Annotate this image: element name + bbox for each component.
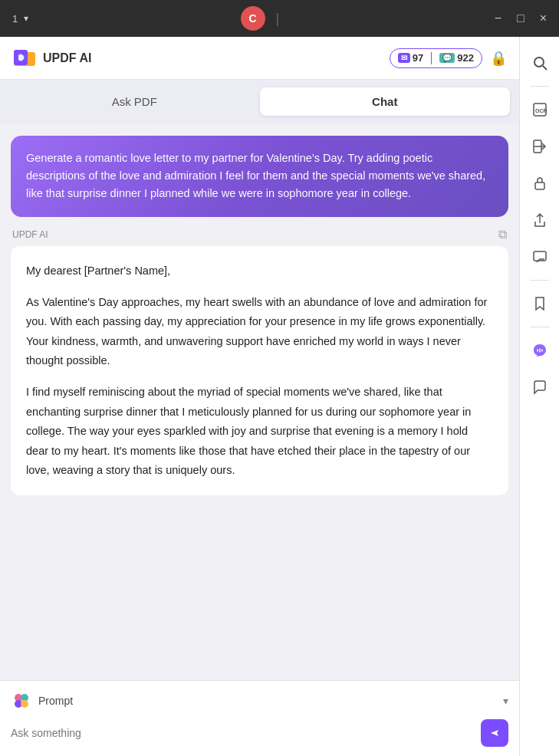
bookmark-icon[interactable]: [524, 288, 555, 319]
main-container: UPDF AI ✉ 97 💬 922 🔒 Ask P: [0, 37, 559, 756]
token-pdf: ✉ 97: [398, 52, 423, 64]
prompt-dots-icon: [11, 690, 32, 712]
input-row: [11, 719, 508, 747]
ai-paragraph-1: As Valentine's Day approaches, my heart …: [26, 293, 493, 371]
ai-sender-label: UPDF AI: [12, 229, 48, 240]
prompt-chevron-icon[interactable]: ▾: [503, 695, 508, 707]
prompt-row: Prompt ▾: [11, 690, 508, 712]
tab-chat[interactable]: Chat: [260, 87, 511, 116]
header-right: ✉ 97 💬 922 🔒: [390, 48, 507, 68]
ai-paragraph-2: I find myself reminiscing about the myri…: [26, 383, 493, 480]
protect-icon[interactable]: [524, 168, 555, 199]
tabs-row: Ask PDF Chat: [0, 80, 519, 123]
tab-ask-pdf[interactable]: Ask PDF: [9, 87, 260, 116]
ai-response-container: UPDF AI ⧉ My dearest [Partner's Name], A…: [11, 228, 508, 496]
prompt-label: Prompt: [38, 695, 73, 707]
user-avatar: C: [241, 6, 265, 31]
svg-line-7: [543, 66, 547, 70]
token-chat-count: 922: [457, 52, 474, 64]
convert-icon[interactable]: [524, 131, 555, 162]
chevron-down-icon[interactable]: ▾: [24, 13, 28, 24]
ai-message-box: My dearest [Partner's Name], As Valentin…: [11, 246, 508, 496]
user-message-text: Generate a romantic love letter to my pa…: [26, 152, 485, 199]
ocr-icon[interactable]: OCR: [524, 94, 555, 125]
svg-point-6: [534, 58, 544, 67]
token-pdf-count: 97: [413, 52, 423, 64]
close-button[interactable]: ×: [540, 12, 547, 25]
app-name-label: UPDF AI: [43, 51, 91, 65]
svg-text:OCR: OCR: [535, 108, 547, 113]
title-bar-controls: − □ ×: [495, 12, 547, 25]
ai-label-row: UPDF AI ⧉: [11, 228, 508, 242]
token-chat: 💬 922: [439, 52, 474, 64]
lock-icon[interactable]: 🔒: [490, 50, 507, 67]
sidebar-divider-2: [531, 280, 549, 281]
title-bar-center: C |: [241, 6, 283, 31]
ai-assistant-icon[interactable]: [524, 335, 555, 366]
title-bar-left: 1 ▾: [12, 13, 28, 25]
chat-token-icon: 💬: [439, 53, 455, 63]
title-bar-divider: |: [276, 11, 280, 27]
send-button[interactable]: [481, 719, 508, 747]
app-logo: UPDF AI: [12, 46, 91, 71]
sidebar-divider-1: [531, 86, 549, 87]
token-badge: ✉ 97 💬 922: [390, 48, 482, 68]
svg-rect-11: [535, 182, 544, 189]
minimize-button[interactable]: −: [495, 12, 501, 25]
copy-icon[interactable]: ⧉: [498, 228, 507, 242]
ai-paragraph-0: My dearest [Partner's Name],: [26, 261, 493, 281]
prompt-left: Prompt: [11, 690, 73, 712]
window-number: 1: [12, 13, 18, 25]
title-bar: 1 ▾ C | − □ ×: [0, 0, 559, 37]
sidebar-divider-3: [531, 327, 549, 327]
pdf-token-icon: ✉: [398, 53, 410, 63]
token-divider: [431, 52, 432, 64]
user-message: Generate a romantic love letter to my pa…: [11, 136, 508, 217]
right-sidebar: OCR: [519, 37, 559, 756]
maximize-button[interactable]: □: [517, 12, 524, 25]
svg-point-5: [21, 700, 28, 708]
chat-area: Generate a romantic love letter to my pa…: [0, 123, 519, 680]
input-area: Prompt ▾: [0, 680, 519, 756]
chat-icon[interactable]: [524, 372, 555, 403]
share-icon[interactable]: [524, 205, 555, 235]
search-icon[interactable]: [524, 48, 555, 78]
ask-input[interactable]: [11, 727, 475, 739]
comment-icon[interactable]: [524, 242, 555, 272]
center-panel: UPDF AI ✉ 97 💬 922 🔒 Ask P: [0, 37, 519, 756]
updf-logo-icon: [12, 46, 37, 71]
app-header: UPDF AI ✉ 97 💬 922 🔒: [0, 37, 519, 80]
